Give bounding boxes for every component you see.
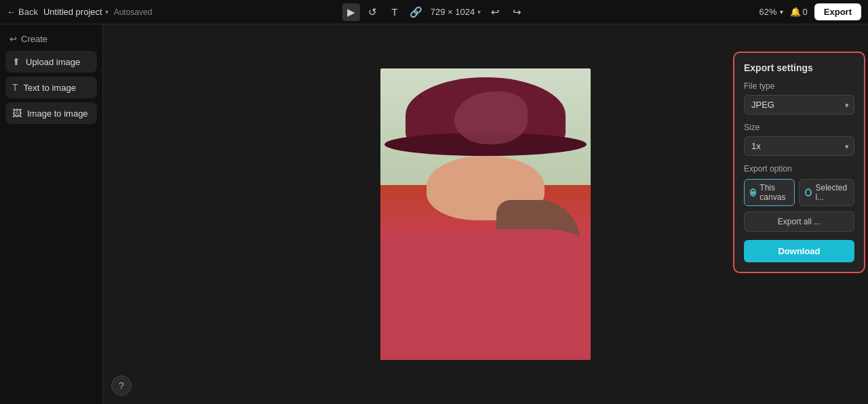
notification-button[interactable]: 🔔 0 — [790, 7, 808, 17]
radio-selected[interactable]: Selected l... — [799, 179, 854, 206]
export-button[interactable]: Export — [814, 3, 861, 20]
notif-count: 0 — [803, 7, 808, 17]
create-label: ↩ Create — [5, 31, 97, 47]
download-button[interactable]: Download — [744, 240, 854, 262]
toolbar-icons-right: ↩ ↪ — [486, 3, 526, 21]
body — [380, 229, 591, 361]
chevron-down-icon: ▾ — [780, 8, 783, 16]
export-all-button[interactable]: Export all ... — [744, 211, 854, 232]
topbar-right: 62% ▾ 🔔 0 Export — [760, 3, 861, 20]
text-icon[interactable]: T — [386, 3, 403, 21]
back-button[interactable]: ← Back — [7, 7, 38, 17]
radio-this-canvas-label: This canvas — [760, 183, 789, 202]
export-panel: Export settings File type JPEG PNG WebP … — [733, 52, 865, 273]
canvas-image — [380, 68, 591, 360]
radio-dot-empty — [805, 188, 812, 197]
main-layout: ↩ Create ⬆ Upload image T Text to image … — [0, 24, 868, 404]
sidebar-item-text-to-image[interactable]: T Text to image — [5, 77, 97, 98]
hat-leaves — [454, 92, 528, 144]
create-icon: ↩ — [9, 34, 17, 44]
link-icon[interactable]: 🔗 — [408, 3, 425, 21]
file-type-label: File type — [744, 81, 854, 91]
back-label: Back — [18, 7, 38, 17]
size-label: Size — [744, 123, 854, 132]
image-icon: 🖼 — [12, 108, 22, 119]
canvas-size-button[interactable]: 729 × 1024 ▾ — [431, 7, 481, 17]
topbar-center: ▶ ↺ T 🔗 729 × 1024 ▾ ↩ ↪ — [342, 3, 526, 21]
topbar-left: ← Back Untitled project ▾ Autosaved — [7, 7, 152, 17]
undo-icon[interactable]: ↩ — [486, 3, 504, 21]
sidebar-item-upload-image[interactable]: ⬆ Upload image — [5, 51, 97, 73]
play-icon[interactable]: ▶ — [342, 3, 360, 21]
export-panel-title: Export settings — [744, 62, 854, 73]
topbar: ← Back Untitled project ▾ Autosaved ▶ ↺ … — [0, 0, 868, 24]
file-type-select[interactable]: JPEG PNG WebP — [744, 95, 854, 115]
radio-selected-label: Selected l... — [815, 183, 848, 202]
zoom-button[interactable]: 62% ▾ — [760, 7, 783, 17]
help-icon: ? — [119, 380, 124, 391]
bell-icon: 🔔 — [790, 7, 801, 17]
file-type-select-wrapper: JPEG PNG WebP ▾ — [744, 95, 854, 115]
autosaved-label: Autosaved — [114, 7, 153, 17]
canvas-size-label: 729 × 1024 — [431, 7, 475, 17]
sidebar: ↩ Create ⬆ Upload image T Text to image … — [0, 24, 103, 404]
help-button[interactable]: ? — [111, 376, 132, 396]
canvas-area: Export settings File type JPEG PNG WebP … — [103, 24, 868, 404]
refresh-icon[interactable]: ↺ — [364, 3, 382, 21]
project-name[interactable]: Untitled project ▾ — [43, 7, 108, 17]
text-icon: T — [12, 82, 18, 93]
back-arrow-icon: ← — [7, 7, 16, 17]
chevron-down-icon: ▾ — [477, 8, 481, 16]
chevron-down-icon: ▾ — [105, 8, 108, 16]
toolbar-icons: ▶ ↺ T 🔗 — [342, 3, 425, 21]
sidebar-item-image-to-image[interactable]: 🖼 Image to image — [5, 102, 97, 124]
radio-group: This canvas Selected l... — [744, 179, 854, 206]
radio-dot-filled — [750, 188, 756, 197]
upload-icon: ⬆ — [12, 56, 20, 67]
radio-this-canvas[interactable]: This canvas — [744, 179, 795, 206]
size-select-wrapper: 1x 2x 3x ▾ — [744, 136, 854, 156]
size-select[interactable]: 1x 2x 3x — [744, 136, 854, 156]
redo-icon[interactable]: ↪ — [508, 3, 526, 21]
export-option-label: Export option — [744, 164, 854, 174]
zoom-level: 62% — [760, 7, 777, 17]
